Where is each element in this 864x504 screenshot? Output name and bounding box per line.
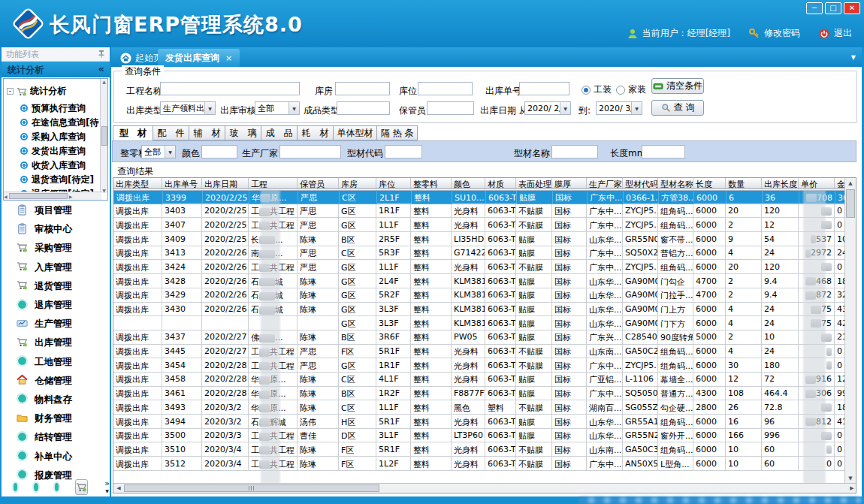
- close-button[interactable]: ✕: [844, 2, 860, 14]
- sidebar-module-2[interactable]: 采购管理: [2, 239, 110, 258]
- sidebar-module-11[interactable]: 财务管理: [2, 409, 110, 428]
- table-row[interactable]: 调拨出库34942020/3/2石辉城汤伟H区5R1F整料光身料6063-T5贴…: [113, 415, 856, 429]
- audit-select[interactable]: 全部 ▼: [255, 101, 300, 115]
- tree-item-1[interactable]: 在途信息查询[待: [20, 116, 98, 129]
- table-row[interactable]: 调拨出库34542020/2/28工共工程严思G区1R1F整料光身料6063-T…: [113, 358, 856, 373]
- column-header-5[interactable]: 库房: [339, 178, 376, 189]
- column-header-7[interactable]: 整零料: [411, 178, 452, 189]
- sidebar-module-8[interactable]: 工地管理: [2, 353, 110, 372]
- material-tab-6[interactable]: 单体型材: [334, 125, 377, 140]
- length-input[interactable]: [642, 145, 685, 158]
- column-header-3[interactable]: 工程: [249, 178, 298, 189]
- sidebar-module-7[interactable]: 出库管理: [2, 333, 110, 352]
- sidebar-module-13[interactable]: 补单中心: [2, 447, 110, 466]
- sidebar-module-3[interactable]: 入库管理: [2, 258, 110, 277]
- column-header-12[interactable]: 生产厂家: [587, 178, 623, 189]
- column-header-8[interactable]: 颜色: [452, 178, 485, 189]
- radio-workwear[interactable]: 工装: [582, 83, 612, 96]
- table-row[interactable]: G区3L3F整料KLM38176063-T5贴膜国标山东华...GA90M09.…: [113, 316, 856, 330]
- module-dot-icon[interactable]: [55, 483, 59, 491]
- sidebar-module-4[interactable]: 退货管理: [2, 277, 110, 296]
- table-vscroll-thumb[interactable]: [846, 189, 855, 218]
- table-row[interactable]: 调拨出库34092020/2/25长...陈琳B区2R5F整料LI35HD606…: [113, 232, 856, 246]
- column-header-16[interactable]: 数量: [726, 178, 762, 189]
- table-row[interactable]: 调拨出库34582020/2/28华原...陈琳C区4L1F整料光身料6063-…: [113, 373, 856, 387]
- table-row[interactable]: 调拨出库35102020/3/4工共工程陈琳F区5R1F整料光身料6063-T5…: [113, 442, 856, 457]
- module-dot-icon[interactable]: [14, 483, 17, 491]
- scroll-right-icon[interactable]: ▶: [69, 194, 73, 199]
- project-name-input[interactable]: [160, 82, 300, 95]
- keeper-input[interactable]: [427, 101, 474, 115]
- sidebar-module-6[interactable]: 生产管理: [2, 315, 110, 333]
- module-dot-icon[interactable]: [34, 483, 38, 491]
- table-row[interactable]: 调拨出库34932020/3/2华原...陈琳C区1L1F整料黑色塑料不贴膜国标…: [113, 400, 856, 415]
- tree-hscroll-thumb[interactable]: [9, 193, 68, 199]
- factory-input[interactable]: [279, 145, 341, 158]
- clear-conditions-button[interactable]: 清空条件: [651, 78, 704, 94]
- tree-expand-icon[interactable]: -: [7, 88, 14, 95]
- column-header-6[interactable]: 库位: [376, 178, 411, 189]
- maximize-button[interactable]: □: [825, 2, 841, 14]
- scroll-up-icon[interactable]: ▲: [102, 79, 106, 84]
- scroll-left-icon[interactable]: ◀: [4, 194, 8, 199]
- material-tab-3[interactable]: 玻 璃: [225, 125, 261, 140]
- sidebar-module-0[interactable]: 项目管理: [2, 201, 110, 220]
- table-hscroll-thumb[interactable]: [124, 484, 379, 492]
- table-row[interactable]: 调拨出库34372020/2/27佛...陈琳B区3R6F整料PW056063-…: [113, 330, 856, 345]
- table-horizontal-scrollbar[interactable]: ◀ ▶: [113, 483, 856, 493]
- profile-name-input[interactable]: [551, 145, 598, 158]
- tab-close-icon[interactable]: ×: [225, 53, 232, 63]
- collapse-icon[interactable]: «: [98, 63, 104, 74]
- product-type-input[interactable]: [337, 101, 390, 115]
- sidebar-module-10[interactable]: 物料盘存: [2, 391, 110, 409]
- more-modules-button[interactable]: » ▼: [104, 480, 110, 494]
- table-row[interactable]: 调拨出库33992020/2/25华原...严思C区2L1F整料SU10...6…: [113, 190, 856, 204]
- table-row[interactable]: 调拨出库34612020/2/28华原...陈琳B区1R2F整料F8877FT6…: [113, 387, 856, 401]
- table-vertical-scrollbar[interactable]: ▲ ▼: [844, 178, 856, 484]
- table-row[interactable]: 调拨出库35002020/3/3工共工程曹佳D区3L1F整料LT3P606063…: [113, 429, 856, 443]
- cart-shortcut-button[interactable]: [75, 479, 88, 495]
- date-from-select[interactable]: 2020/ 2/16 ▼: [524, 101, 571, 115]
- color-input[interactable]: [201, 145, 237, 158]
- table-row[interactable]: 调拨出库34302020/2/26石城陈琳G区3L3F整料KLM38176063…: [113, 303, 856, 317]
- table-row[interactable]: 调拨出库34072020/2/25工共工程严思G区1L1F整料光身料6063-T…: [113, 218, 856, 232]
- material-tab-5[interactable]: 耗 材: [298, 125, 334, 140]
- column-header-14[interactable]: 型材名称: [658, 178, 693, 189]
- column-header-15[interactable]: 长度: [693, 178, 726, 189]
- tree-horizontal-scrollbar[interactable]: ◀ ▶: [4, 192, 101, 200]
- warehouse-input[interactable]: [335, 82, 390, 95]
- column-header-9[interactable]: 材质: [485, 178, 516, 189]
- tree-item-3[interactable]: 发货出库查询: [20, 144, 86, 158]
- date-to-select[interactable]: 2020/ 3/16 ▼: [596, 101, 642, 115]
- whole-piece-select[interactable]: 全部 ▼: [141, 145, 176, 158]
- tree-item-2[interactable]: 采购入库查询: [20, 130, 86, 143]
- material-tab-2[interactable]: 辅 材: [189, 125, 225, 140]
- table-row[interactable]: 调拨出库34132020/2/26南...严思C区5R3F整料G71422606…: [113, 246, 856, 261]
- order-no-input[interactable]: [519, 82, 569, 95]
- tree-root-statistics[interactable]: - 统计分析: [7, 85, 66, 98]
- sidebar-module-12[interactable]: 结转管理: [2, 428, 110, 447]
- sidebar-module-1[interactable]: 审核中心: [2, 220, 110, 239]
- table-row[interactable]: 调拨出库34282020/2/26石城陈琳G区2L4F整料KLM38176063…: [113, 274, 856, 288]
- profile-code-input[interactable]: [385, 145, 422, 158]
- column-header-11[interactable]: 膜厚: [552, 178, 587, 189]
- location-input[interactable]: [418, 82, 473, 95]
- material-tab-7[interactable]: 隔 热 条: [377, 125, 418, 140]
- material-tab-0[interactable]: 型 材: [113, 125, 153, 141]
- table-row[interactable]: 调拨出库34452020/2/27工共工程严思F区5R1F整料光身料6063-T…: [113, 345, 856, 359]
- table-row[interactable]: 调拨出库34032020/2/25工共工程严思G区1R1F整料光身料6063-T…: [113, 204, 856, 219]
- tree-vscroll-thumb[interactable]: [101, 126, 107, 146]
- column-header-4[interactable]: 保管员: [298, 178, 339, 189]
- column-header-17[interactable]: 出库长度: [762, 178, 799, 189]
- table-row[interactable]: 调拨出库35122020/3/4工共工程陈琳F区1L2F整料光身料6063-T5…: [113, 457, 856, 471]
- scroll-right-icon[interactable]: ▶: [847, 485, 856, 491]
- minimize-button[interactable]: ─: [806, 2, 823, 14]
- tree-item-4[interactable]: 收货入库查询: [20, 158, 86, 172]
- outbound-type-select[interactable]: 生产领料出库 ▼: [160, 101, 216, 115]
- column-header-10[interactable]: 表面处理: [516, 178, 552, 189]
- tab-shipment-query[interactable]: 发货出库查询 ×: [158, 49, 240, 67]
- logout-button[interactable]: 退出: [818, 27, 852, 40]
- column-header-13[interactable]: 型材代码: [623, 178, 658, 189]
- tree-item-0[interactable]: 预算执行查询: [20, 101, 86, 115]
- column-header-18[interactable]: 单价: [799, 178, 835, 189]
